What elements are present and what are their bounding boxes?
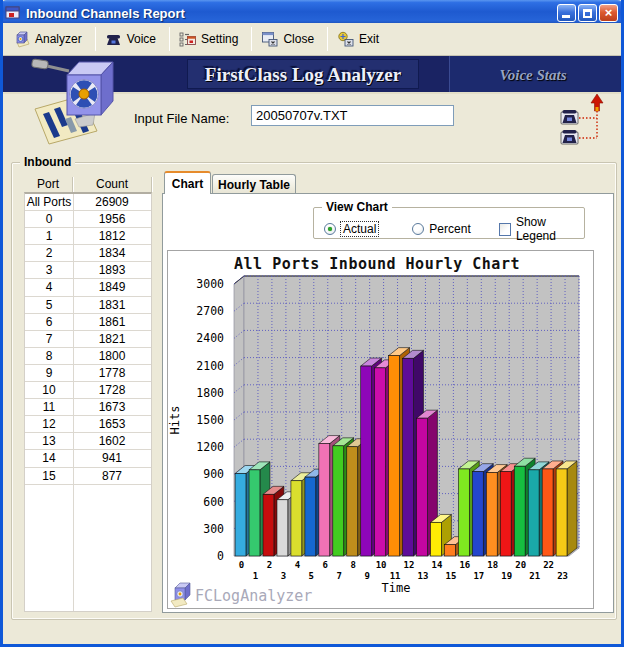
exit-button[interactable]: Exit <box>331 26 389 52</box>
analyzer-button-label: Analyzer <box>35 32 82 46</box>
voice-button[interactable]: Voice <box>99 26 166 52</box>
table-cell: 1653 <box>73 416 151 432</box>
percent-radio-label[interactable]: Percent <box>429 222 470 236</box>
chart-panel: 0300600900120015001800210024002700300001… <box>167 250 594 609</box>
svg-text:21: 21 <box>529 571 540 581</box>
svg-text:12: 12 <box>404 560 415 570</box>
table-cell: 1778 <box>73 365 151 381</box>
exit-button-label: Exit <box>359 32 379 46</box>
table-cell: All Ports <box>25 194 73 210</box>
table-cell: 1956 <box>73 211 151 227</box>
table-cell: 8 <box>25 348 73 364</box>
table-cell: 5 <box>25 297 73 313</box>
svg-text:7: 7 <box>337 571 342 581</box>
svg-text:2: 2 <box>267 560 272 570</box>
table-row[interactable]: 51831 <box>25 297 151 314</box>
svg-text:0: 0 <box>239 560 244 570</box>
table-cell: 1812 <box>73 228 151 244</box>
table-row[interactable]: 91778 <box>25 365 151 382</box>
tab-hourly-table[interactable]: Hourly Table <box>212 174 296 194</box>
table-row[interactable]: 14941 <box>25 450 151 467</box>
view-chart-groupbox: View Chart Actual Percent Show Legend <box>313 207 585 239</box>
table-row[interactable]: 101728 <box>25 382 151 399</box>
chart-title: All Ports Inbound Hourly Chart <box>234 255 520 273</box>
show-legend-label[interactable]: Show Legend <box>516 215 584 243</box>
svg-text:600: 600 <box>203 495 224 509</box>
table-cell: 1834 <box>73 245 151 261</box>
input-file-name-field[interactable] <box>251 105 454 126</box>
table-cell: 11 <box>25 399 73 415</box>
table-cell: 1831 <box>73 297 151 313</box>
table-row[interactable]: 41849 <box>25 279 151 296</box>
table-cell: 1728 <box>73 382 151 398</box>
table-cell: 15 <box>25 468 73 484</box>
fcloganalyzer-watermark: FCLogAnalyzer <box>171 583 312 607</box>
actual-radio[interactable] <box>324 223 336 235</box>
close-button[interactable]: × <box>599 4 618 22</box>
table-row[interactable]: 21834 <box>25 245 151 262</box>
chart-bar-hour-23 <box>556 461 577 556</box>
close-window-button[interactable]: Close <box>255 26 324 52</box>
toolbar-separator <box>95 27 96 51</box>
table-row[interactable]: 61861 <box>25 314 151 331</box>
table-row[interactable]: 121653 <box>25 416 151 433</box>
svg-text:1200: 1200 <box>196 440 224 454</box>
table-row[interactable]: 11812 <box>25 228 151 245</box>
table-row[interactable]: All Ports26909 <box>25 194 151 211</box>
minimize-icon <box>562 15 570 18</box>
table-cell: 2 <box>25 245 73 261</box>
table-header-cell[interactable]: Count <box>73 177 152 192</box>
actual-radio-label[interactable]: Actual <box>341 222 378 236</box>
svg-text:5: 5 <box>309 571 314 581</box>
setting-icon <box>179 31 196 47</box>
show-legend-checkbox[interactable] <box>499 223 511 236</box>
minimize-button[interactable] <box>557 4 576 22</box>
table-cell: 7 <box>25 331 73 347</box>
svg-text:15: 15 <box>445 571 456 581</box>
table-cell: 1893 <box>73 262 151 278</box>
svg-text:23: 23 <box>557 571 568 581</box>
phone-icon <box>561 110 578 124</box>
table-cell: 4 <box>25 279 73 295</box>
svg-text:2700: 2700 <box>196 304 224 318</box>
svg-text:900: 900 <box>203 467 224 481</box>
table-row[interactable]: 81800 <box>25 348 151 365</box>
setting-button[interactable]: Setting <box>173 26 248 52</box>
tab-chart[interactable]: Chart <box>164 171 211 194</box>
svg-text:0: 0 <box>217 549 224 563</box>
svg-text:10: 10 <box>376 560 387 570</box>
svg-text:3000: 3000 <box>196 277 224 291</box>
svg-text:18: 18 <box>487 560 498 570</box>
table-row[interactable]: 31893 <box>25 262 151 279</box>
app-logo <box>27 57 123 145</box>
table-cell: 9 <box>25 365 73 381</box>
banner-subtitle: Voice Stats <box>453 67 613 84</box>
table-cell: 3 <box>25 262 73 278</box>
phone-icon <box>561 130 578 144</box>
table-row[interactable]: 111673 <box>25 399 151 416</box>
svg-text:300: 300 <box>203 522 224 536</box>
table-cell: 13 <box>25 433 73 449</box>
port-count-table-body: All Ports2690901956118122183431893418495… <box>24 192 152 612</box>
x-axis-label: Time <box>382 581 411 595</box>
table-header-cell[interactable]: Port <box>24 177 73 192</box>
close-window-icon <box>261 31 278 47</box>
table-cell: 941 <box>73 450 151 466</box>
table-row[interactable]: 15877 <box>25 468 151 485</box>
table-row[interactable]: 01956 <box>25 211 151 228</box>
setting-button-label: Setting <box>201 32 238 46</box>
table-row[interactable]: 71821 <box>25 331 151 348</box>
table-cell: 0 <box>25 211 73 227</box>
percent-radio[interactable] <box>412 223 424 235</box>
table-row[interactable]: 131602 <box>25 433 151 450</box>
close-icon: × <box>605 5 613 20</box>
svg-text:1800: 1800 <box>196 386 224 400</box>
table-cell: 6 <box>25 314 73 330</box>
hourly-chart-svg: 0300600900120015001800210024002700300001… <box>168 251 593 608</box>
svg-text:8: 8 <box>350 560 355 570</box>
table-cell: 877 <box>73 468 151 484</box>
banner-title: FirstClass Log Analyzer <box>123 64 483 86</box>
y-axis-label: Hits <box>168 406 182 435</box>
maximize-button[interactable] <box>578 4 597 22</box>
analyzer-button[interactable]: Analyzer <box>7 26 92 52</box>
